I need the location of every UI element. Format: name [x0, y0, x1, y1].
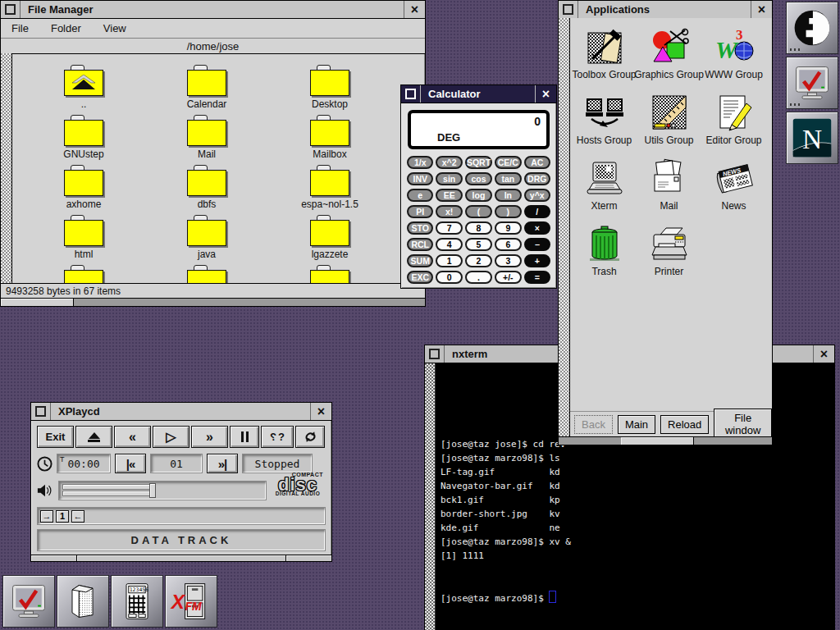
calc-button[interactable]: 1/x	[407, 156, 433, 169]
app-item-news[interactable]: NEWS News	[701, 158, 766, 223]
back-button[interactable]: Back	[574, 415, 613, 434]
calc-button[interactable]: 5	[465, 238, 492, 251]
calc-button[interactable]: =	[524, 271, 550, 284]
folder-item[interactable]: Desktop	[268, 65, 391, 115]
calc-button[interactable]: /	[524, 205, 550, 218]
exit-button[interactable]: Exit	[37, 426, 74, 448]
app-item-printer[interactable]: Printer	[637, 223, 701, 289]
calc-button[interactable]: 0	[436, 271, 462, 284]
main-button[interactable]: Main	[618, 415, 655, 434]
close-icon[interactable]: ×	[404, 1, 425, 18]
window-menu-button[interactable]	[401, 85, 421, 103]
track-prev-button[interactable]: ←	[71, 510, 84, 523]
calc-button[interactable]: −	[524, 238, 550, 251]
window-menu-button[interactable]	[1, 1, 21, 18]
calc-button[interactable]: (	[465, 205, 492, 218]
app-item-hosts-group[interactable]: Hosts Group	[572, 92, 637, 158]
calc-button[interactable]: INV	[407, 172, 433, 185]
close-icon[interactable]: ×	[813, 345, 834, 363]
folder-item[interactable]	[145, 265, 268, 283]
vertical-scrollbar[interactable]	[1, 53, 12, 283]
calc-button[interactable]: AC	[524, 156, 550, 169]
calc-button[interactable]: 9	[495, 221, 521, 235]
app-item-www-group[interactable]: W 3 WWW Group	[701, 26, 766, 92]
calc-button[interactable]: x!	[436, 205, 462, 218]
app-item-xterm[interactable]: Xterm	[572, 158, 637, 223]
repeat-button[interactable]	[295, 426, 325, 448]
calc-button[interactable]: SQRT	[465, 156, 492, 169]
scrollbar-thumb[interactable]	[1, 299, 74, 306]
skip-back-button[interactable]: |«	[115, 454, 146, 473]
calc-button[interactable]: EXC	[407, 271, 433, 284]
volume-slider[interactable]	[58, 481, 267, 500]
calc-button[interactable]: tan	[495, 172, 521, 185]
applications-titlebar[interactable]: Applications ×	[559, 1, 772, 19]
calc-button[interactable]: e	[407, 189, 433, 202]
horizontal-scrollbar[interactable]	[559, 436, 772, 445]
calc-button[interactable]: 8	[465, 221, 492, 235]
calculator-titlebar[interactable]: Calculator ×	[401, 85, 556, 103]
folder-item[interactable]: dbfs	[145, 165, 268, 215]
close-icon[interactable]: ×	[535, 85, 556, 103]
calc-button[interactable]: )	[495, 205, 521, 218]
folder-item[interactable]: Mailbox	[268, 115, 391, 165]
window-menu-button[interactable]	[31, 403, 51, 420]
app-item-graphics-group[interactable]: Graphics Group	[637, 26, 701, 92]
dock-tile-xfm[interactable]: X FM	[165, 575, 217, 628]
reload-button[interactable]: Reload	[660, 415, 709, 434]
calc-button[interactable]: 2	[465, 254, 492, 267]
forward-button[interactable]: »	[191, 426, 228, 448]
scrollbar-thumb[interactable]	[621, 437, 694, 445]
folder-item[interactable]: Calendar	[145, 65, 268, 115]
horizontal-scrollbar[interactable]	[1, 298, 425, 306]
calc-button[interactable]: 6	[495, 238, 521, 251]
shuffle-button[interactable]: ??	[261, 426, 294, 448]
calc-button[interactable]: 1	[436, 254, 462, 267]
calc-button[interactable]: 7	[436, 221, 462, 235]
volume-slider-thumb[interactable]	[149, 483, 156, 498]
app-item-mail[interactable]: Mail	[637, 158, 701, 223]
calc-button[interactable]: .	[465, 271, 492, 284]
calc-button[interactable]: ln	[495, 189, 521, 202]
app-item-toolbox-group[interactable]: Toolbox Group	[572, 26, 637, 92]
folder-item[interactable]: lgazzete	[268, 215, 391, 265]
app-item-editor-group[interactable]: Editor Group	[701, 92, 766, 158]
calc-button[interactable]: ×	[524, 221, 550, 235]
calc-button[interactable]: EE	[436, 189, 462, 202]
menu-file[interactable]: File	[11, 22, 29, 34]
calc-button[interactable]: 4	[436, 238, 462, 251]
app-item-utils-group[interactable]: Utils Group	[637, 92, 701, 158]
calc-button[interactable]: +/-	[495, 271, 521, 284]
menu-view[interactable]: View	[103, 22, 126, 34]
dock-tile-windowmaker[interactable]	[786, 2, 838, 54]
calc-button[interactable]: x^2	[436, 156, 462, 169]
folder-item[interactable]: Mail	[145, 115, 268, 165]
calc-button[interactable]: +	[524, 254, 550, 267]
dock-tile-box[interactable]	[57, 575, 109, 628]
xplaycd-titlebar[interactable]: XPlaycd ×	[31, 403, 331, 421]
file-window-button[interactable]: File window	[714, 409, 772, 436]
skip-forward-button[interactable]: »|	[207, 454, 238, 473]
track-next-button[interactable]: →	[40, 510, 53, 523]
track-number-button[interactable]: 1	[56, 510, 69, 523]
dock-tile-netscape[interactable]: N	[786, 112, 838, 164]
window-menu-button[interactable]	[559, 1, 578, 18]
calc-button[interactable]: cos	[465, 172, 492, 185]
calc-button[interactable]: PI	[407, 205, 433, 218]
terminal-scrollbar[interactable]	[425, 363, 436, 630]
folder-item[interactable]: java	[145, 215, 268, 265]
folder-item[interactable]: axhome	[22, 165, 145, 215]
dock-tile-calculator[interactable]: 123456	[111, 575, 163, 628]
folder-item[interactable]	[268, 265, 391, 283]
pause-button[interactable]	[230, 426, 259, 448]
folder-item[interactable]	[22, 265, 145, 283]
close-icon[interactable]: ×	[310, 403, 331, 420]
calc-button[interactable]: RCL	[407, 238, 433, 251]
vertical-scrollbar[interactable]	[559, 18, 570, 436]
calc-button[interactable]: DRG	[524, 172, 550, 185]
clock-icon[interactable]	[37, 456, 52, 472]
folder-item[interactable]: ..	[22, 65, 145, 115]
calc-button[interactable]: sin	[436, 172, 462, 185]
eject-button[interactable]	[75, 426, 112, 448]
app-item-trash[interactable]: Trash	[572, 223, 637, 289]
